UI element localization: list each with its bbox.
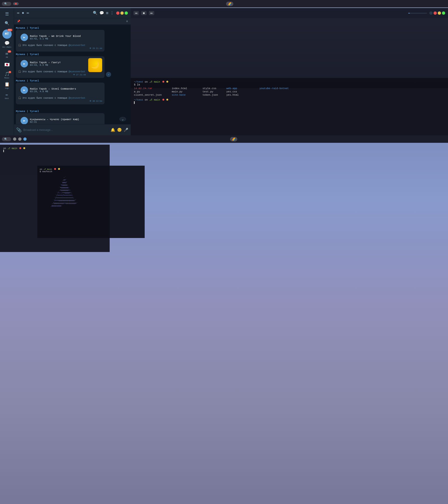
telegram-window: ☰ 🔍 MT 99+ 💬 All chats ✉️ PM 33 🇯🇵 🎵 Mus… xyxy=(0,8,131,135)
topbar2-dot1[interactable] xyxy=(13,137,16,141)
nf-prompt-line: on ⎇ main xyxy=(40,168,78,171)
fwd-btn-2[interactable]: ↗ xyxy=(106,72,111,77)
scroll-to-bottom-btn[interactable]: ⌄ xyxy=(120,117,126,121)
audio-card-4: ▶ Кукрыниксы – Чучело (привет КиШ) 02:31 xyxy=(18,115,102,124)
file-sitekate: site-kate xyxy=(172,93,202,96)
msg-sender-2: Музыка | Tyrael xyxy=(16,53,129,56)
topbar-left: 🔍 xyxy=(2,2,19,6)
topbar2-center-pill: 🌈 xyxy=(230,137,237,141)
play-btn-1[interactable]: ▶ xyxy=(20,34,28,41)
tg-nav-music-label: Music xyxy=(4,77,9,79)
tg-nav-logs-label: logs xyxy=(5,87,9,89)
win-minimize[interactable] xyxy=(120,11,124,15)
tg-avatar-text: MT xyxy=(5,32,9,36)
file-ytraid: youtube-raid-botnet xyxy=(259,87,445,90)
term-line-1: ~/test on ⎇ main xyxy=(134,80,445,83)
notification-icon[interactable]: 🔔 xyxy=(111,128,115,132)
progress-bar-fill xyxy=(408,13,410,14)
tbl-on1: on xyxy=(3,147,7,150)
terminal-top: ~/test on ⎇ main $ ls 14.02.24.rar index… xyxy=(131,78,448,135)
topbar2: 🔍 🌈 xyxy=(0,135,448,143)
tg-menu-button[interactable]: ☰ xyxy=(3,10,11,18)
pinned-right-icon: ≡ xyxy=(126,20,128,23)
edit-icon: ✏️ xyxy=(6,92,8,97)
allchats-icon: 💬 xyxy=(4,41,10,46)
media-win-pip[interactable] xyxy=(429,11,433,15)
pin-icon: 📌 xyxy=(17,19,20,23)
views-icon-2: 👁 xyxy=(73,73,75,76)
media-win-close[interactable] xyxy=(433,11,437,15)
track-title-2: Radio Tapok – Гангут xyxy=(30,61,61,64)
audio-info-2: Radio Tapok – Гангут 04:43, 6.5 MB xyxy=(30,61,61,67)
term-on-1: on xyxy=(145,80,149,83)
audio-info-3: Radio Tapok – Steel Commanders 03:29, 4.… xyxy=(30,88,76,93)
tg-view-icon[interactable]: ⊞ xyxy=(106,11,108,15)
track-title-1: Radio Tapok – We Drink Your Blood xyxy=(30,35,81,37)
file-yescss: yes.css xyxy=(226,90,259,93)
term-line-3: ~/test on ⎇ main xyxy=(134,98,445,101)
win-close[interactable] xyxy=(116,11,120,15)
tg-search-button[interactable]: 🔍 xyxy=(3,19,11,28)
media-win-controls xyxy=(429,11,445,15)
topbar-search-btn[interactable]: 🔍 xyxy=(2,2,11,6)
tg-members-icon[interactable]: 💬 xyxy=(99,11,104,15)
term-cursor: ▌ xyxy=(134,101,136,104)
tg-more-icon[interactable]: ⋮ xyxy=(110,11,114,15)
msg-meta-3: 👁 30 22:54 xyxy=(18,100,102,102)
tg-chat-header: ⏮ ⏹ ⏭ 🔍 💬 ⊞ ⋮ xyxy=(14,8,131,18)
tg-pm-badge: 33 xyxy=(8,50,11,53)
tg-nav-allchats[interactable]: 💬 All chats xyxy=(2,40,12,49)
tg-nav-group[interactable]: 🇯🇵 xyxy=(2,60,12,70)
attach-icon[interactable]: 📎 xyxy=(16,127,21,132)
tg-nav-logs[interactable]: 📋 logs xyxy=(2,81,12,90)
file-style: style.css xyxy=(202,87,226,90)
media-next[interactable]: ⏭ xyxy=(27,11,29,15)
media-stop-btn[interactable]: ⏹ xyxy=(141,11,146,15)
view-count-3: 30 xyxy=(92,100,95,102)
play-btn-2[interactable]: ▶ xyxy=(20,60,28,67)
tbl-line1: on ⎇ main xyxy=(3,147,107,150)
tg-nav-edit[interactable]: ✏️ Edit xyxy=(2,91,12,100)
play-btn-4[interactable]: ▶ xyxy=(20,117,28,124)
mic-icon[interactable]: 🎤 xyxy=(124,128,128,132)
file-apy: a.py xyxy=(134,90,171,93)
group-icon: 🇯🇵 xyxy=(4,62,10,67)
nf-cmd: $ neofetch xyxy=(40,171,78,173)
audio-info-1: Radio Tapok – We Drink Your Blood 03:42,… xyxy=(30,35,81,40)
message-input[interactable] xyxy=(23,128,109,132)
tg-nav-pm[interactable]: ✉️ PM 33 xyxy=(2,50,12,59)
media-progress xyxy=(408,13,427,14)
topbar2-search-btn[interactable]: 🔍 xyxy=(2,137,11,141)
message-group-3: Музыка | Tyrael ▶ Radio Tapok – Steel Co… xyxy=(16,79,129,104)
win-maximize[interactable] xyxy=(125,11,128,15)
media-prev-btn[interactable]: ⏮ xyxy=(133,11,139,15)
nf-dot-y xyxy=(58,168,60,170)
media-prev[interactable]: ⏮ xyxy=(17,11,19,15)
media-win-minimize[interactable] xyxy=(438,11,441,15)
tg-nav-allchats-label: All chats xyxy=(2,46,11,48)
tg-input-area: 📎 🔔 😊 🎤 xyxy=(14,124,131,135)
media-stop[interactable]: ⏹ xyxy=(22,11,24,15)
media-next-btn[interactable]: ⏭ xyxy=(149,11,154,15)
file-index: index.html xyxy=(172,87,202,90)
topbar2-dot3[interactable] xyxy=(23,137,27,141)
play-btn-3[interactable]: ▶ xyxy=(20,86,28,94)
message-group-1: Музыка | Tyrael ▶ Radio Tapok – We Drink… xyxy=(16,27,129,52)
msg-bubble-4: ▶ Кукрыниксы – Чучело (привет КиШ) 02:31… xyxy=(16,113,105,124)
track-meta-1: 03:42, 5.1 MB xyxy=(30,37,81,40)
term-prompt-sym: $ xyxy=(134,83,137,86)
tg-pinned-message[interactable]: 📌 ≡ xyxy=(14,18,131,25)
emoji-icon[interactable]: 😊 xyxy=(117,128,122,132)
neofetch-ascii-art: -` .o+` `ooo/ `+oooo: `+oooooo: -+oooooo… xyxy=(40,174,78,207)
tg-nav-music[interactable]: 🎵 Music 8 xyxy=(2,71,12,80)
term-on-2: on xyxy=(145,98,149,101)
tg-search-icon[interactable]: 🔍 xyxy=(93,11,98,15)
media-win-maximize[interactable] xyxy=(442,11,445,15)
term-dot-red-2 xyxy=(162,99,164,101)
msg-sender-3: Музыка | Tyrael xyxy=(16,79,129,82)
tg-avatar[interactable]: MT 99+ xyxy=(2,29,12,39)
topbar2-dot2[interactable] xyxy=(18,137,21,141)
msg-note-1: 🎧 Это аудио было скачано с помощью @eyes… xyxy=(18,44,102,47)
neofetch-left: on ⎇ main $ neofetch -` .o+` `ooo/ `+ooo… xyxy=(40,168,78,236)
term-path-1: ~/test xyxy=(134,80,143,83)
